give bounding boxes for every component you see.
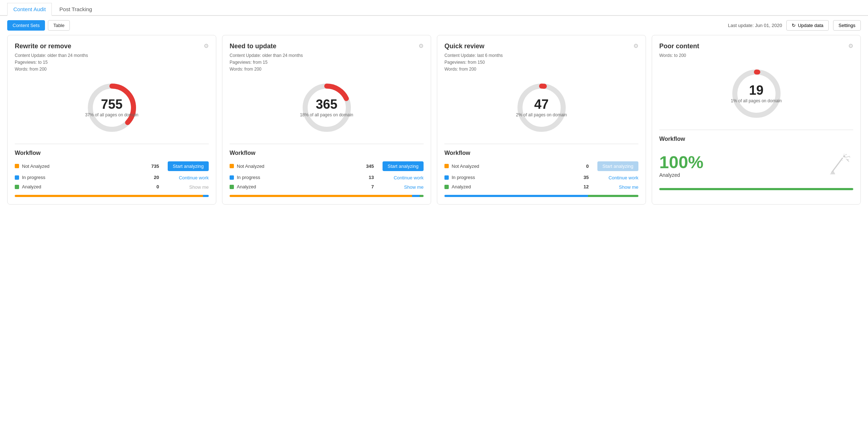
progress-bar [659,188,853,190]
card-meta: Content Update: older than 24 monthsPage… [230,52,424,73]
progress-segment-1 [203,195,209,197]
analyzed-label: Analyzed [452,184,571,189]
tab-content-audit[interactable]: Content Audit [7,3,52,16]
in-progress-dot [230,175,234,180]
analyzed-count: 7 [360,184,374,189]
toolbar: Content Sets Table Last update: Jun 01, … [0,16,868,35]
svg-point-12 [846,154,847,155]
in-progress-label: In progress [22,175,142,180]
svg-line-14 [846,159,849,162]
tab-post-tracking[interactable]: Post Tracking [53,3,98,15]
show-me-button: Show me [189,184,209,190]
not-analyzed-dot [444,164,449,168]
last-update-label: Last update: Jun 01, 2020 [728,23,782,28]
in-progress-count: 35 [574,175,589,180]
gear-icon[interactable]: ⚙ [633,42,638,49]
show-me-button[interactable]: Show me [619,184,638,190]
settings-button[interactable]: Settings [833,20,861,31]
progress-in-progress [444,195,588,197]
party-popper-icon: + + + [828,151,853,179]
card-title: Need to update [230,42,276,50]
svg-text:+: + [842,159,843,161]
progress-bar [230,195,424,197]
progress-segment-0 [230,195,412,197]
progress-segment-0 [659,188,853,190]
analyzed-label: Analyzed [659,172,704,178]
progress-bar [15,195,209,197]
continue-work-button[interactable]: Continue work [394,175,424,180]
card-poor-content: Poor content⚙Words: to 200191% of all pa… [652,35,861,205]
workflow-title: Workflow [15,150,209,156]
analyzed-dot [444,185,449,189]
workflow-row-analyzed: Analyzed0Show me [15,184,209,190]
analyzed-dot [230,185,234,189]
card-rewrite-or-remove: Rewrite or remove⚙Content Update: older … [7,35,216,205]
in-progress-dot [15,175,19,180]
not-analyzed-count: 0 [574,164,589,169]
workflow-row-not-analyzed: Not Analyzed0Start analyzing [444,161,638,171]
gear-icon[interactable]: ⚙ [204,42,209,49]
not-analyzed-dot [15,164,19,168]
start-analyzing-button[interactable]: Start analyzing [383,161,424,171]
not-analyzed-count: 735 [145,164,159,169]
workflow-row-in-progress: In progress20Continue work [15,175,209,180]
progress-analyzed [588,195,638,197]
top-tabs: Content Audit Post Tracking [0,0,868,16]
card-meta: Content Update: last 6 monthsPageviews: … [444,52,638,73]
analyzed-100-percent: 100%Analyzed [659,152,704,178]
table-button[interactable]: Table [48,20,70,31]
donut-chart: 75537% of all pages on domain [15,79,209,137]
in-progress-label: In progress [237,175,357,180]
gear-icon[interactable]: ⚙ [848,42,853,49]
in-progress-label: In progress [452,175,571,180]
analyzed-count: 12 [574,184,589,189]
show-me-button[interactable]: Show me [404,184,424,190]
card-title: Poor content [659,42,699,50]
svg-line-8 [832,158,842,173]
donut-chart: 472% of all pages on domain [444,79,638,137]
not-analyzed-dot [230,164,234,168]
workflow-title: Workflow [230,150,424,156]
content-sets-button[interactable]: Content Sets [7,20,45,31]
continue-work-button[interactable]: Continue work [609,175,638,180]
card-quick-review: Quick review⚙Content Update: last 6 mont… [437,35,646,205]
workflow-row-analyzed: Analyzed7Show me [230,184,424,190]
svg-point-6 [735,72,778,115]
not-analyzed-label: Not Analyzed [237,164,357,169]
analyzed-count: 0 [145,184,159,189]
not-analyzed-label: Not Analyzed [22,164,142,169]
analyzed-label: Analyzed [237,184,357,189]
card-title: Rewrite or remove [15,42,71,50]
gear-icon[interactable]: ⚙ [419,42,424,49]
in-progress-dot [444,175,449,180]
in-progress-count: 20 [145,175,159,180]
card-title: Quick review [444,42,484,50]
refresh-icon: ↻ [792,23,796,28]
continue-work-button[interactable]: Continue work [179,175,209,180]
card-meta: Words: to 200 [659,52,853,59]
not-analyzed-label: Not Analyzed [452,164,571,169]
analyzed-dot [15,185,19,189]
svg-text:+: + [849,156,851,159]
update-data-button[interactable]: ↻ Update data [786,20,829,31]
workflow-row-not-analyzed: Not Analyzed735Start analyzing [15,161,209,171]
donut-chart: 36518% of all pages on domain [230,79,424,137]
workflow-row-in-progress: In progress13Continue work [230,175,424,180]
workflow-row-analyzed: Analyzed12Show me [444,184,638,190]
donut-chart: 191% of all pages on domain [659,65,853,122]
cards-grid: Rewrite or remove⚙Content Update: older … [0,35,868,212]
progress-segment-0 [15,195,203,197]
workflow-title: Workflow [444,150,638,156]
not-analyzed-count: 345 [360,164,374,169]
workflow-row-not-analyzed: Not Analyzed345Start analyzing [230,161,424,171]
svg-text:+: + [843,153,845,156]
in-progress-count: 13 [360,175,374,180]
analyzed-100-container: 100%Analyzed + + + [659,147,853,183]
workflow-row-in-progress: In progress35Continue work [444,175,638,180]
start-analyzing-button[interactable]: Start analyzing [168,161,209,171]
start-analyzing-button: Start analyzing [597,161,638,171]
svg-point-4 [520,86,563,129]
progress-bar [444,195,638,197]
toolbar-right: Last update: Jun 01, 2020 ↻ Update data … [728,20,861,31]
workflow-title: Workflow [659,136,853,142]
